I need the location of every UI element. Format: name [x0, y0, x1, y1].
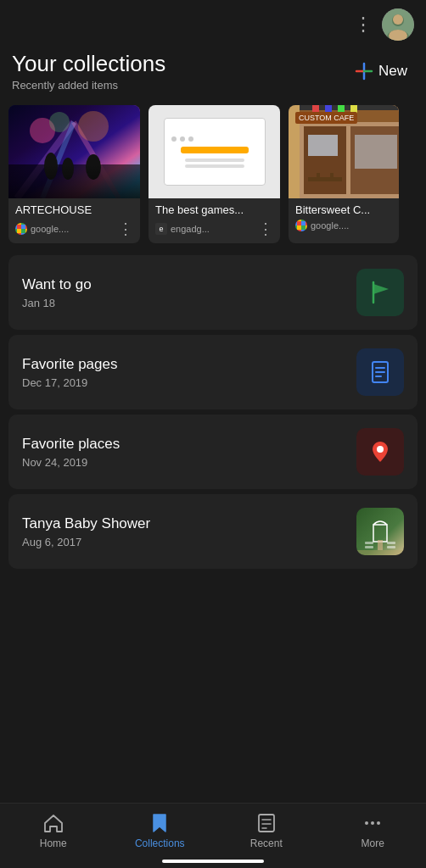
games-browser-mockup [164, 118, 266, 186]
top-bar: ⋮ [0, 0, 426, 46]
new-button-label: New [378, 63, 407, 80]
svg-rect-47 [356, 550, 404, 555]
card-artechouse-source-text: google.... [31, 224, 69, 234]
collection-favorite-pages-icon-box [356, 348, 404, 396]
collection-favorite-pages[interactable]: Favorite pages Dec 17, 2019 [8, 335, 418, 409]
collection-favorite-places[interactable]: Favorite places Nov 24, 2019 [8, 415, 418, 489]
nav-collections[interactable]: Collections [134, 812, 185, 849]
avatar[interactable] [382, 8, 414, 41]
more-icon [362, 812, 384, 834]
collection-tanya-info: Tanya Baby Shower Aug 6, 2017 [22, 515, 150, 548]
card-games-source: e engadg... [155, 223, 210, 235]
cards-row: ARTECHOUSE google.... ⋮ [0, 93, 426, 250]
collection-favorite-pages-info: Favorite pages Dec 17, 2019 [22, 356, 117, 389]
google-icon-2 [295, 220, 307, 231]
page-title: Your collections [12, 51, 165, 77]
card-games-source-text: engadg... [171, 224, 210, 234]
svg-rect-30 [350, 105, 357, 117]
collection-tanya-thumb [356, 508, 404, 555]
svg-point-16 [44, 153, 58, 180]
browser-lines [185, 159, 244, 168]
svg-point-39 [377, 446, 384, 453]
collection-favorite-pages-date: Dec 17, 2019 [22, 376, 117, 389]
engadget-icon: e [155, 223, 167, 235]
card-artechouse-meta: google.... ⋮ [15, 220, 133, 238]
card-bittersweet-title: Bittersweet C... [295, 203, 392, 216]
collection-want-to-go-info: Want to go Jan 18 [22, 276, 92, 309]
bottom-nav: Home Collections Recent More [0, 803, 426, 868]
card-bittersweet-info: Bittersweet C... google.... [289, 198, 399, 236]
artechouse-overlay [8, 105, 140, 198]
card-games-meta: e engadg... ⋮ [155, 220, 273, 238]
plus-icon [355, 62, 373, 81]
svg-point-53 [371, 821, 374, 825]
collection-tanya-name: Tanya Baby Shower [22, 515, 150, 532]
collection-want-to-go[interactable]: Want to go Jan 18 [8, 255, 418, 330]
svg-rect-32 [317, 173, 320, 181]
svg-text:CUSTOM CAFE: CUSTOM CAFE [306, 111, 356, 119]
collection-favorite-places-icon-box [356, 428, 404, 476]
card-best-games[interactable]: The best games... e engadg... ⋮ [149, 105, 280, 243]
svg-rect-25 [355, 135, 397, 169]
tanya-thumb-image [356, 508, 404, 555]
collection-favorite-places-date: Nov 24, 2019 [22, 456, 120, 469]
svg-rect-24 [308, 135, 338, 156]
svg-point-14 [78, 111, 109, 142]
google-icon [15, 223, 27, 235]
card-games-info: The best games... e engadg... ⋮ [149, 198, 280, 243]
collections-list: Want to go Jan 18 Favorite pages Dec 17,… [0, 250, 426, 574]
svg-rect-27 [312, 105, 319, 120]
svg-rect-29 [338, 105, 345, 122]
browser-bar [181, 147, 249, 153]
svg-rect-28 [325, 105, 332, 119]
bookmark-icon [149, 812, 171, 834]
svg-rect-43 [365, 542, 373, 544]
svg-rect-15 [8, 164, 140, 198]
nav-recent[interactable]: Recent [241, 812, 292, 849]
header-left: Your collections Recently added items [12, 51, 165, 92]
browser-dot-1 [171, 136, 177, 142]
header: Your collections Recently added items Ne… [0, 46, 426, 93]
card-artechouse-image [8, 105, 140, 198]
card-artechouse-source: google.... [15, 223, 69, 235]
collection-favorite-places-name: Favorite places [22, 436, 120, 453]
svg-point-18 [86, 154, 101, 180]
nav-recent-label: Recent [250, 837, 283, 849]
svg-point-3 [393, 14, 403, 25]
new-collection-button[interactable]: New [348, 58, 414, 84]
svg-rect-46 [387, 546, 395, 548]
card-games-menu[interactable]: ⋮ [258, 220, 273, 238]
collection-tanya-baby-shower[interactable]: Tanya Baby Shower Aug 6, 2017 [8, 494, 418, 569]
collection-want-to-go-icon-box [356, 269, 404, 316]
svg-rect-48 [259, 815, 274, 832]
svg-rect-31 [308, 177, 342, 181]
svg-point-52 [365, 821, 368, 825]
svg-rect-8 [8, 105, 140, 198]
svg-point-13 [49, 112, 70, 132]
home-indicator [162, 860, 264, 863]
card-artechouse-title: ARTECHOUSE [15, 203, 133, 216]
svg-point-54 [377, 821, 380, 825]
collection-want-to-go-name: Want to go [22, 276, 92, 293]
card-bittersweet[interactable]: CUSTOM CAFE Bittersweet C... [289, 105, 399, 243]
card-artechouse-info: ARTECHOUSE google.... ⋮ [8, 198, 140, 243]
nav-home-label: Home [40, 837, 67, 849]
flag-icon [367, 279, 394, 306]
menu-dots-icon[interactable]: ⋮ [354, 14, 373, 36]
card-bittersweet-source: google.... [295, 220, 349, 231]
card-bittersweet-meta: google.... [295, 220, 392, 231]
browser-line-1 [185, 159, 244, 162]
nav-more-label: More [362, 837, 384, 849]
svg-rect-42 [378, 540, 383, 550]
nav-more[interactable]: More [347, 812, 398, 849]
collection-favorite-places-info: Favorite places Nov 24, 2019 [22, 436, 120, 469]
card-artechouse[interactable]: ARTECHOUSE google.... ⋮ [8, 105, 140, 243]
nav-home[interactable]: Home [28, 812, 79, 849]
location-pin-icon [367, 438, 394, 465]
svg-point-17 [62, 158, 74, 180]
browser-dot-2 [180, 136, 185, 142]
card-games-image [149, 105, 280, 198]
card-artechouse-menu[interactable]: ⋮ [118, 220, 133, 238]
page-subtitle: Recently added items [12, 79, 165, 92]
collection-tanya-date: Aug 6, 2017 [22, 536, 150, 548]
